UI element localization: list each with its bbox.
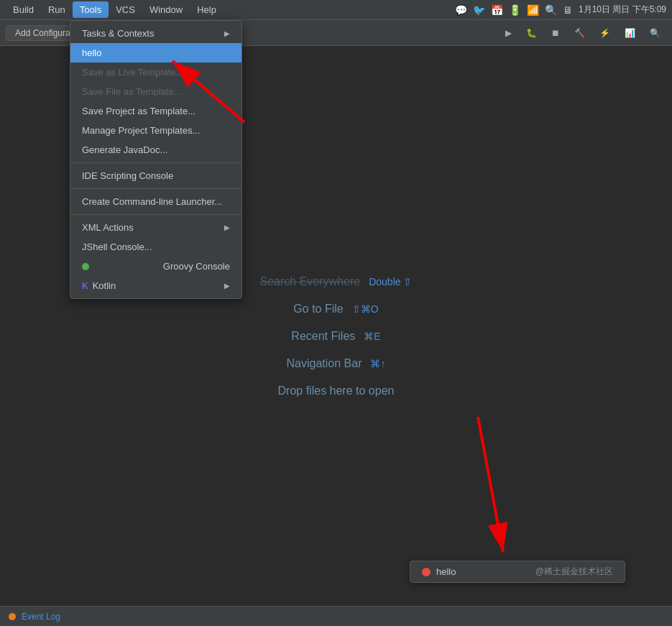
tools-dropdown-menu: Tasks & Contexts ▶ hello Save as Live Te… (70, 20, 242, 299)
navigation-bar-label: Navigation Bar (287, 357, 362, 370)
dropdown-hello[interactable]: hello (70, 43, 241, 63)
wechat-icon: 💬 (455, 4, 467, 16)
dropdown-kotlin[interactable]: K Kotlin ▶ (70, 276, 241, 295)
network-icon: 🖥 (563, 4, 573, 16)
divider-3 (70, 214, 241, 215)
jshell-console-label: JShell Console... (82, 241, 152, 252)
notification-watermark: @稀土掘金技术社区 (535, 566, 613, 578)
run-button[interactable]: ▶ (500, 25, 517, 41)
recent-files-shortcut: ⌘E (364, 331, 380, 342)
divider-2 (70, 188, 241, 189)
dropdown-create-cli-launcher[interactable]: Create Command-line Launcher... (70, 192, 241, 211)
event-log-link[interactable]: Event Log (22, 612, 60, 622)
event-log-dot (9, 613, 16, 620)
profile-button[interactable]: ⚡ (594, 25, 616, 41)
go-to-file-shortcut: ⇧⌘O (352, 303, 379, 315)
battery-icon: 🔋 (509, 4, 521, 16)
dropdown-tasks-contexts[interactable]: Tasks & Contexts ▶ (70, 24, 241, 43)
drop-files-label: Drop files here to open (278, 385, 395, 397)
recent-files-hint: Recent Files ⌘E (291, 330, 380, 343)
dropdown-save-file-template: Save File as Template... (70, 82, 241, 101)
menu-bar: Build Run Tools VCS Window Help 💬 🐦 📅 🔋 … (0, 0, 672, 20)
groovy-console-label: Groovy Console (163, 261, 230, 272)
create-cli-launcher-label: Create Command-line Launcher... (82, 196, 222, 207)
xml-actions-label: XML Actions (82, 222, 134, 233)
center-content: Search Everywhere Double ⇧ Go to File ⇧⌘… (260, 275, 413, 397)
dropdown-save-live-template: Save as Live Template... (70, 63, 241, 82)
search-everywhere-label: Search Everywhere (260, 275, 361, 288)
hello-label: hello (82, 47, 101, 58)
dropdown-generate-javadoc[interactable]: Generate JavaDoc... (70, 140, 241, 160)
menu-tools[interactable]: Tools (73, 1, 109, 18)
search-toolbar-icon[interactable]: 🔍 (644, 25, 666, 41)
debug-button[interactable]: 🐛 (520, 25, 543, 41)
manage-project-templates-label: Manage Project Templates... (82, 125, 201, 136)
coverage-button[interactable]: 📊 (619, 25, 641, 41)
notification-text: hello (436, 566, 530, 577)
tasks-contexts-arrow: ▶ (224, 29, 230, 37)
menu-help[interactable]: Help (190, 1, 224, 18)
xml-actions-arrow: ▶ (224, 224, 230, 231)
tasks-contexts-label: Tasks & Contexts (82, 28, 154, 39)
save-file-template-label: Save File as Template... (82, 86, 182, 97)
generate-javadoc-label: Generate JavaDoc... (82, 144, 167, 155)
navigation-bar-shortcut: ⌘↑ (370, 358, 385, 369)
search-everywhere-hint: Search Everywhere Double ⇧ (260, 275, 413, 288)
menu-run[interactable]: Run (41, 1, 73, 18)
bird-icon: 🐦 (473, 4, 485, 16)
dropdown-jshell-console[interactable]: JShell Console... (70, 237, 241, 257)
save-live-template-label: Save as Live Template... (82, 67, 183, 78)
kotlin-icon: K (82, 281, 88, 291)
drop-files-hint: Drop files here to open (278, 385, 395, 397)
dropdown-manage-project-templates[interactable]: Manage Project Templates... (70, 121, 241, 140)
menu-vcs[interactable]: VCS (109, 1, 142, 18)
event-log-bar: Event Log (0, 606, 672, 626)
divider-1 (70, 162, 241, 163)
dropdown-xml-actions[interactable]: XML Actions ▶ (70, 218, 241, 237)
dropdown-ide-scripting-console[interactable]: IDE Scripting Console (70, 166, 241, 185)
recent-files-label: Recent Files (291, 330, 355, 343)
kotlin-label: Kotlin (93, 280, 116, 291)
calendar-icon: 📅 (491, 4, 503, 16)
clock: 1月10日 周日 下午5:09 (579, 4, 666, 16)
go-to-file-label: Go to File (293, 303, 343, 316)
search-everywhere-shortcut: Double ⇧ (369, 276, 412, 287)
menu-window[interactable]: Window (142, 1, 190, 18)
dropdown-groovy-console[interactable]: Groovy Console (70, 257, 241, 276)
wifi-icon: 📶 (527, 4, 539, 16)
menu-bar-left: Build Run Tools VCS Window Help (6, 1, 455, 18)
navigation-bar-hint: Navigation Bar ⌘↑ (287, 357, 386, 370)
error-dot (422, 568, 431, 576)
go-to-file-hint: Go to File ⇧⌘O (293, 303, 378, 316)
notification-bar: hello @稀土掘金技术社区 (410, 561, 625, 583)
save-project-template-label: Save Project as Template... (82, 106, 195, 116)
dropdown-save-project-template[interactable]: Save Project as Template... (70, 101, 241, 121)
menu-build[interactable]: Build (6, 1, 41, 18)
stop-button[interactable]: ⏹ (546, 25, 566, 41)
kotlin-arrow: ▶ (224, 282, 230, 290)
ide-scripting-console-label: IDE Scripting Console (82, 170, 173, 181)
search-icon[interactable]: 🔍 (545, 4, 557, 16)
build-button[interactable]: 🔨 (569, 25, 591, 41)
groovy-icon (82, 263, 89, 270)
menu-bar-right: 💬 🐦 📅 🔋 📶 🔍 🖥 1月10日 周日 下午5:09 (455, 4, 666, 16)
